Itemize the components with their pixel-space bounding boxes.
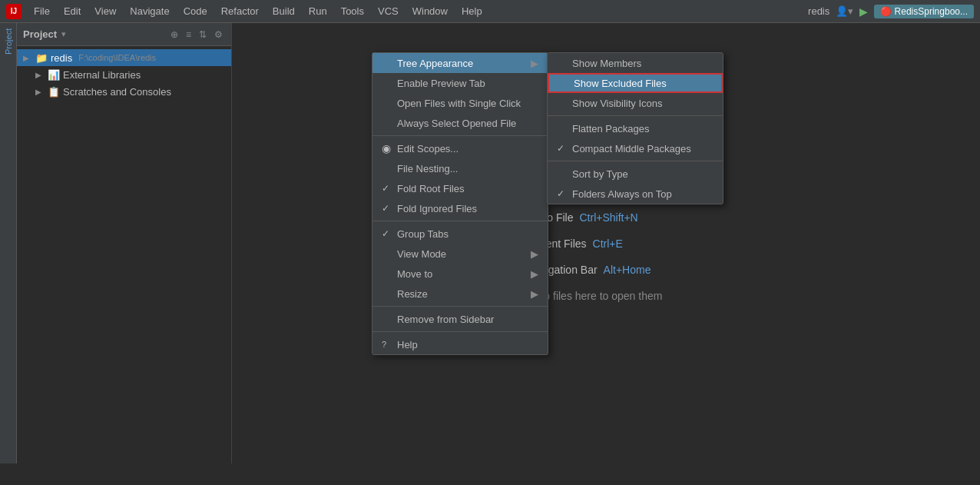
check-group-tabs: ✓ <box>382 228 392 239</box>
shortcut-recent-files: Recent Files Ctrl+E <box>527 238 685 250</box>
collapse-all-button[interactable]: ≡ <box>184 28 194 42</box>
move-to-label: Move to <box>397 268 432 280</box>
header-right: redis 👤▾ ▶ 🔴 RedisSpringboo... <box>808 5 974 18</box>
panel-tools: ⊕ ≡ ⇅ ⚙ <box>168 28 225 42</box>
main-context-menu: Tree Appearance ▶ Enable Preview Tab Ope… <box>372 52 548 355</box>
menu-tools[interactable]: Tools <box>335 3 370 19</box>
tree-appearance-label: Tree Appearance <box>397 58 473 69</box>
menu-item-group-tabs[interactable]: ✓ Group Tabs <box>372 224 548 244</box>
show-excluded-label: Show Excluded Files <box>574 78 667 89</box>
tree-item-external-libs[interactable]: ▶ 📊 External Libraries <box>17 66 231 83</box>
sort-button[interactable]: ⇅ <box>197 28 209 42</box>
navigation-bar-key: Alt+Home <box>604 264 651 276</box>
sub-arrow-tree-appearance: ▶ <box>531 58 538 69</box>
tree-item-redis[interactable]: ▶ 📁 redis F:\coding\IDEA\redis <box>17 49 231 66</box>
submenu-item-show-visibility[interactable]: Show Visibility Icons <box>548 93 723 113</box>
menu-item-tree-appearance[interactable]: Tree Appearance ▶ <box>372 53 548 73</box>
menu-item-fold-root[interactable]: ✓ Fold Root Files <box>372 178 548 198</box>
tree-path-redis: F:\coding\IDEA\redis <box>78 53 156 62</box>
show-visibility-label: Show Visibility Icons <box>572 98 663 109</box>
submenu-sep-2 <box>548 161 723 161</box>
check-compact: ✓ <box>557 143 568 154</box>
check-fold-ignored: ✓ <box>382 203 392 214</box>
menu-item-enable-preview[interactable]: Enable Preview Tab <box>372 73 548 93</box>
sub-arrow-view-mode: ▶ <box>531 248 538 260</box>
menu-item-fold-ignored[interactable]: ✓ Fold Ignored Files <box>372 198 548 218</box>
submenu-item-flatten-packages[interactable]: Flatten Packages <box>548 118 723 138</box>
panel-title: Project <box>23 28 57 40</box>
submenu-item-sort-type[interactable]: Sort by Type <box>548 164 723 184</box>
menu-refactor[interactable]: Refactor <box>215 3 265 19</box>
menu-item-file-nesting[interactable]: File Nesting... <box>372 158 548 178</box>
remove-sidebar-label: Remove from Sidebar <box>397 314 494 325</box>
help-label: Help <box>397 339 418 350</box>
menu-item-open-files-click[interactable]: Open Files with Single Click <box>372 93 548 113</box>
menu-item-move-to[interactable]: Move to ▶ <box>372 264 548 284</box>
tree-label-scratches: Scratches and Consoles <box>63 86 171 98</box>
menu-navigate[interactable]: Navigate <box>124 3 175 19</box>
menu-item-remove-sidebar[interactable]: Remove from Sidebar <box>372 309 548 329</box>
submenu-item-folders-top[interactable]: ✓ Folders Always on Top <box>548 184 723 204</box>
show-members-label: Show Members <box>572 58 641 69</box>
menu-item-help[interactable]: ? Help <box>372 334 548 354</box>
sub-arrow-resize: ▶ <box>531 288 538 300</box>
tree-item-scratches[interactable]: ▶ 📋 Scratches and Consoles <box>17 83 231 100</box>
edit-scopes-label: Edit Scopes... <box>397 143 459 154</box>
menu-build[interactable]: Build <box>267 3 301 19</box>
submenu-item-compact-middle[interactable]: ✓ Compact Middle Packages <box>548 138 723 158</box>
panel-dropdown-icon[interactable]: ▾ <box>61 29 66 39</box>
drop-hint-row: Drop files here to open them <box>527 290 685 302</box>
fold-root-label: Fold Root Files <box>397 183 464 194</box>
flatten-packages-label: Flatten Packages <box>572 123 649 135</box>
submenu-item-show-members[interactable]: Show Members <box>548 53 723 73</box>
folder-icon-redis: 📁 <box>35 52 48 64</box>
view-mode-label: View Mode <box>397 248 446 260</box>
file-nesting-label: File Nesting... <box>397 163 458 174</box>
scratches-icon: 📋 <box>48 86 60 98</box>
tree-arrow-scratches: ▶ <box>35 88 45 96</box>
tree-arrow-redis: ▶ <box>23 54 32 62</box>
tree-label-redis: redis <box>51 52 72 64</box>
side-icons: Project <box>0 23 17 463</box>
fold-ignored-label: Fold Ignored Files <box>397 203 477 214</box>
menu-code[interactable]: Code <box>177 3 214 19</box>
redis-spring-tab[interactable]: 🔴 RedisSpringboo... <box>874 5 974 18</box>
sub-arrow-move-to: ▶ <box>531 268 538 280</box>
panel-header: Project ▾ ⊕ ≡ ⇅ ⚙ <box>17 23 231 46</box>
menu-item-resize[interactable]: Resize ▶ <box>372 284 548 304</box>
menu-view[interactable]: View <box>88 3 122 19</box>
separator-3 <box>372 306 548 307</box>
menu-item-view-mode[interactable]: View Mode ▶ <box>372 244 548 264</box>
tree-arrow-ext: ▶ <box>35 71 45 79</box>
app-icon: IJ <box>6 4 22 19</box>
menu-edit[interactable]: Edit <box>58 3 87 19</box>
submenu-item-show-excluded[interactable]: Show Excluded Files <box>548 73 723 93</box>
check-folders-top: ✓ <box>557 188 568 199</box>
locate-button[interactable]: ⊕ <box>168 28 180 42</box>
always-select-label: Always Select Opened File <box>397 118 516 129</box>
compact-middle-label: Compact Middle Packages <box>572 143 691 154</box>
tree-content: ▶ 📁 redis F:\coding\IDEA\redis ▶ 📊 Exter… <box>17 46 231 463</box>
menu-item-edit-scopes[interactable]: ◉ Edit Scopes... <box>372 138 548 158</box>
user-icon[interactable]: 👤▾ <box>836 5 853 17</box>
settings-button[interactable]: ⚙ <box>212 28 225 42</box>
menu-window[interactable]: Window <box>406 3 454 19</box>
sort-by-type-label: Sort by Type <box>572 168 628 180</box>
separator-4 <box>372 331 548 332</box>
tree-appearance-submenu: Show Members Show Excluded Files Show Vi… <box>547 52 723 204</box>
separator-2 <box>372 221 548 221</box>
menu-vcs[interactable]: VCS <box>372 3 405 19</box>
run-icon[interactable]: ▶ <box>859 5 868 18</box>
check-fold-root: ✓ <box>382 183 392 194</box>
sidebar-project-icon[interactable]: Project <box>2 26 15 57</box>
folders-always-top-label: Folders Always on Top <box>572 188 672 200</box>
menu-run[interactable]: Run <box>303 3 333 19</box>
open-files-label: Open Files with Single Click <box>397 98 521 109</box>
menu-item-always-select[interactable]: Always Select Opened File <box>372 113 548 133</box>
go-to-file-key: Ctrl+Shift+N <box>579 211 637 224</box>
separator-1 <box>372 135 548 136</box>
menu-help[interactable]: Help <box>455 3 488 19</box>
group-tabs-label: Group Tabs <box>397 228 449 240</box>
menu-file[interactable]: File <box>28 3 56 19</box>
resize-label: Resize <box>397 288 428 300</box>
